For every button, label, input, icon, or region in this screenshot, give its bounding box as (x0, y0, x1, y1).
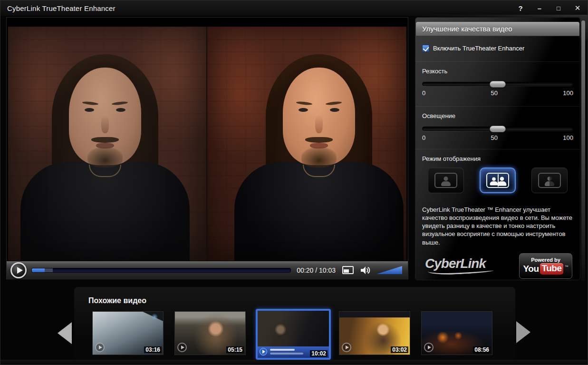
split-compare-icon (486, 173, 509, 188)
lighting-ticks: 0 50 100 (422, 134, 573, 141)
thumb-play-icon (260, 348, 267, 355)
display-mode-normal-button[interactable] (428, 168, 464, 193)
thumb-play-icon (177, 343, 187, 352)
half-enhanced-icon (538, 173, 561, 188)
window-controls: ? – □ ✕ (515, 0, 583, 16)
minimize-button[interactable]: – (534, 4, 545, 12)
video-frame-enhanced (207, 27, 406, 261)
person-necklace (89, 165, 121, 177)
powered-by-label: Powered by (531, 257, 560, 263)
lighting-slider-handle[interactable] (490, 126, 506, 132)
lighting-slider[interactable] (422, 127, 573, 131)
related-video-thumbnail-3-selected[interactable]: 10:02 (256, 309, 331, 360)
duration-badge: 08:56 (473, 346, 491, 353)
panel-header: Улучшение качества видео (416, 22, 579, 36)
section-divider (415, 61, 580, 62)
gloss-decoration-right (581, 20, 585, 281)
related-video-thumbnail-5[interactable]: 08:56 (421, 311, 492, 355)
time-display: 00:20 / 10:03 (297, 266, 336, 274)
person-necklace (303, 165, 335, 177)
person-hair (52, 54, 158, 211)
maximize-button[interactable]: □ (553, 5, 564, 12)
single-view-icon (434, 173, 457, 188)
thumb-play-icon (95, 343, 105, 352)
display-mode-enhanced-button[interactable] (531, 168, 568, 193)
video-surface (8, 27, 406, 261)
window-bottom-edge (0, 360, 588, 365)
enable-enhancer-row[interactable]: Включить TrueTheater Enhancer (422, 45, 573, 52)
enable-enhancer-checkbox[interactable] (422, 45, 429, 52)
youtube-tube: Tube (540, 263, 564, 275)
youtube-badge: Powered by You Tube ™ (519, 253, 572, 279)
video-frame-original (8, 27, 207, 261)
volume-level-wedge[interactable] (376, 266, 402, 274)
enhancer-panel: Улучшение качества видео Включить TrueTh… (415, 17, 580, 280)
video-player: 00:20 / 10:03 (6, 17, 408, 279)
window-title: CyberLink TrueTheater Enhancer (7, 4, 116, 12)
duration-badge: 10:02 (310, 350, 328, 357)
display-mode-compare-button[interactable] (480, 168, 516, 193)
seek-bar-buffered (45, 268, 52, 272)
close-button[interactable]: ✕ (572, 4, 583, 12)
person-face (69, 68, 141, 165)
sharpness-slider-handle[interactable] (490, 81, 506, 88)
player-control-bar: 00:20 / 10:03 (7, 261, 408, 279)
person-shirt (20, 162, 190, 261)
person-hair (266, 54, 372, 211)
duration-badge: 03:16 (144, 346, 162, 353)
person-shirt (234, 162, 404, 261)
seek-bar-played (32, 268, 45, 272)
related-video-thumbnail-2[interactable]: 05:15 (174, 311, 246, 355)
logo-row: CyberLink Powered by You Tube ™ (425, 253, 572, 279)
speaker-icon[interactable] (360, 266, 372, 275)
section-divider (415, 149, 580, 149)
scroll-right-arrow[interactable] (516, 321, 530, 343)
display-mode-label: Режим отображения (422, 155, 573, 162)
scroll-left-arrow[interactable] (58, 322, 72, 344)
related-video-thumbnail-4[interactable]: 03:02 (339, 311, 410, 355)
panel-description: CyberLink TrueTheater ™ Enhancer улучшае… (422, 206, 573, 247)
screen-size-icon[interactable] (342, 266, 354, 274)
cyberlink-logo: CyberLink (425, 256, 486, 276)
duration-badge: 03:02 (391, 346, 408, 353)
enable-enhancer-label[interactable]: Включить TrueTheater Enhancer (433, 45, 524, 52)
related-videos-title: Похожие видео (88, 296, 146, 305)
app-window: CyberLink TrueTheater Enhancer ? – □ ✕ (0, 0, 588, 365)
section-divider (415, 106, 580, 107)
person-face (283, 68, 355, 165)
duration-badge: 05:15 (226, 346, 244, 353)
youtube-you: You (523, 264, 539, 274)
thumb-play-icon (342, 343, 351, 352)
thumb-play-icon (424, 343, 434, 352)
display-mode-row (428, 168, 568, 193)
sharpness-label: Резкость (422, 68, 573, 75)
seek-bar[interactable] (31, 268, 291, 273)
title-bar: CyberLink TrueTheater Enhancer ? – □ ✕ (0, 0, 588, 16)
lighting-label: Освещение (422, 112, 573, 119)
sharpness-slider[interactable] (422, 82, 573, 86)
sharpness-ticks: 0 50 100 (422, 89, 573, 97)
youtube-tm: ™ (564, 265, 568, 269)
related-videos-panel: Похожие видео 03:16 05:15 10:02 03:02 08… (74, 287, 515, 362)
panel-header-label: Улучшение качества видео (422, 25, 512, 33)
play-button[interactable] (10, 262, 27, 278)
help-button[interactable]: ? (515, 4, 526, 12)
related-video-thumbnail-1[interactable]: 03:16 (92, 311, 164, 355)
